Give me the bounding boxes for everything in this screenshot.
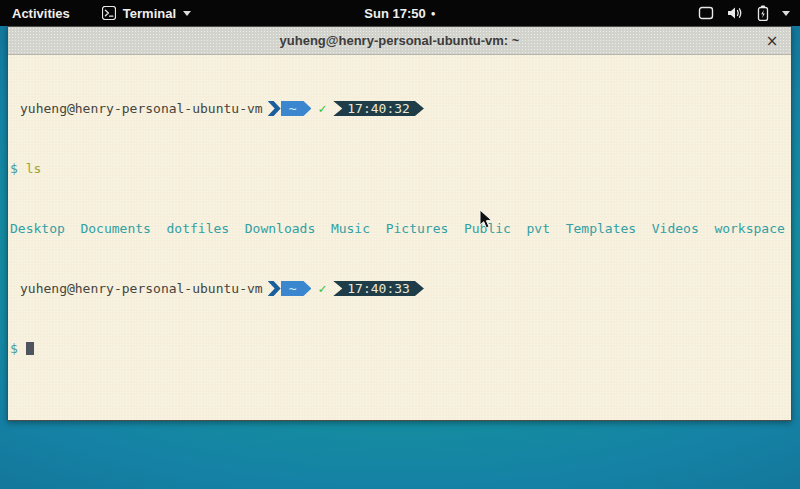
chevron-down-icon — [782, 11, 790, 16]
prompt-line-1: yuheng@henry-personal-ubuntu-vm ~ ✓ 17:4… — [10, 101, 789, 116]
display-icon — [698, 6, 714, 20]
command-line: $ ls — [10, 161, 789, 176]
app-menu-terminal[interactable]: Terminal — [96, 0, 197, 26]
clock-menu[interactable]: Sun 17:50 ● — [356, 0, 443, 26]
input-line: $ — [10, 341, 789, 356]
status-check-icon: ✓ — [318, 101, 326, 116]
battery-charging-icon — [757, 5, 769, 21]
window-titlebar[interactable]: yuheng@henry-personal-ubuntu-vm: ~ × — [8, 27, 791, 55]
powerline-chevron-icon — [268, 281, 281, 296]
clock-label: Sun 17:50 — [364, 6, 425, 21]
prompt-user-host: yuheng@henry-personal-ubuntu-vm — [20, 281, 263, 296]
close-button[interactable]: × — [761, 27, 783, 54]
prompt-symbol: $ — [10, 161, 18, 176]
dir-entry: Public — [464, 221, 511, 236]
terminal-window: yuheng@henry-personal-ubuntu-vm: ~ × yuh… — [7, 26, 792, 421]
system-status-menu[interactable] — [692, 0, 800, 26]
command-text: ls — [26, 161, 42, 176]
dir-entry: Desktop — [10, 221, 65, 236]
volume-icon — [727, 6, 744, 20]
powerline-directory-segment: ~ — [281, 101, 312, 116]
powerline-time-segment: 17:40:32 — [333, 101, 424, 116]
prompt-symbol: $ — [10, 341, 18, 356]
dir-entry: Music — [331, 221, 370, 236]
terminal-content[interactable]: yuheng@henry-personal-ubuntu-vm ~ ✓ 17:4… — [8, 55, 791, 420]
dir-entry: Downloads — [245, 221, 315, 236]
notification-dot-icon: ● — [431, 10, 436, 18]
dir-entry: Videos — [652, 221, 699, 236]
powerline-chevron-icon — [268, 101, 281, 116]
terminal-icon — [102, 6, 116, 20]
dir-entry: workspace — [714, 221, 784, 236]
dir-entry: dotfiles — [167, 221, 230, 236]
app-menu-label: Terminal — [123, 6, 176, 21]
activities-button[interactable]: Activities — [0, 0, 82, 26]
dir-entry: Pictures — [386, 221, 449, 236]
text-cursor — [26, 342, 34, 355]
powerline-time-segment: 17:40:33 — [333, 281, 424, 296]
dir-entry: Documents — [80, 221, 150, 236]
chevron-down-icon — [183, 11, 191, 16]
top-bar: Activities Terminal Sun 17:50 ● — [0, 0, 800, 26]
window-title: yuheng@henry-personal-ubuntu-vm: ~ — [280, 33, 520, 48]
powerline-directory-segment: ~ — [281, 281, 312, 296]
prompt-user-host: yuheng@henry-personal-ubuntu-vm — [20, 101, 263, 116]
dir-entry: pvt — [527, 221, 550, 236]
prompt-line-2: yuheng@henry-personal-ubuntu-vm ~ ✓ 17:4… — [10, 281, 789, 296]
dir-entry: Templates — [566, 221, 636, 236]
status-check-icon: ✓ — [318, 281, 326, 296]
desktop: Activities Terminal Sun 17:50 ● — [0, 0, 800, 489]
ls-output-line: DesktopDocumentsdotfilesDownloadsMusicPi… — [10, 221, 789, 236]
